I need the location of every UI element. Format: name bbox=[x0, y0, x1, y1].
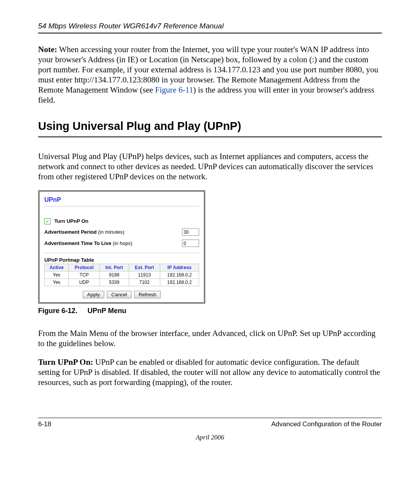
divider bbox=[44, 206, 199, 206]
after-figure-paragraph: From the Main Menu of the browser interf… bbox=[38, 328, 382, 348]
cancel-button[interactable]: Cancel bbox=[107, 291, 131, 298]
divider bbox=[44, 252, 199, 253]
table-row: Yes UDP 5339 7102 192.168.0.2 bbox=[45, 279, 199, 286]
refresh-button[interactable]: Refresh bbox=[134, 291, 161, 298]
header-title: 54 Mbps Wireless Router WGR614v7 Referen… bbox=[38, 22, 224, 30]
page-header: 54 Mbps Wireless Router WGR614v7 Referen… bbox=[38, 22, 382, 33]
section-heading-upnp: Using Universal Plug and Play (UPnP) bbox=[38, 120, 382, 137]
col-ext-port: Ext. Port bbox=[129, 264, 160, 271]
turn-upnp-on-paragraph: Turn UPnP On: UPnP can be enabled or dis… bbox=[38, 357, 382, 387]
adv-ttl-unit: (in hops) bbox=[111, 240, 132, 246]
col-active: Active bbox=[45, 264, 69, 271]
figure-title: UPnP Menu bbox=[88, 307, 126, 315]
upnp-panel: UPnP ✓ Turn UPnP On Advertisement Period… bbox=[38, 190, 205, 304]
intro-paragraph: Universal Plug and Play (UPnP) helps dev… bbox=[38, 151, 382, 182]
panel-title: UPnP bbox=[44, 196, 199, 205]
portmap-table: Active Protocol Int. Port Ext. Port IP A… bbox=[44, 264, 199, 286]
portmap-title: UPnP Portmap Table bbox=[44, 257, 199, 263]
figure-6-11-link[interactable]: Figure 6-11 bbox=[155, 85, 193, 94]
footer-date: April 2006 bbox=[38, 434, 382, 441]
footer: 6-18 Advanced Configuration of the Route… bbox=[38, 418, 382, 428]
turn-upnp-on-label: Turn UPnP On bbox=[54, 218, 89, 224]
apply-button[interactable]: Apply bbox=[83, 291, 104, 298]
col-int-port: Int. Port bbox=[100, 264, 129, 271]
note-label: Note: bbox=[38, 45, 57, 54]
adv-ttl-input[interactable] bbox=[182, 240, 199, 247]
table-header-row: Active Protocol Int. Port Ext. Port IP A… bbox=[45, 264, 199, 271]
adv-ttl-label: Advertisement Time To Live bbox=[44, 240, 111, 246]
col-ip: IP Address bbox=[160, 264, 199, 271]
note-paragraph: Note: When accessing your router from th… bbox=[38, 44, 382, 105]
turn-upnp-on-heading: Turn UPnP On: bbox=[38, 357, 93, 367]
adv-ttl-row: Advertisement Time To Live (in hops) bbox=[44, 240, 199, 247]
adv-period-label: Advertisement Period bbox=[44, 229, 96, 235]
adv-period-unit: (in minutes) bbox=[96, 229, 124, 235]
footer-page-number: 6-18 bbox=[38, 420, 51, 428]
figure-caption: Figure 6-12.UPnP Menu bbox=[38, 307, 382, 315]
adv-period-row: Advertisement Period (in minutes) bbox=[44, 228, 199, 236]
table-row: Yes TCP 9198 11913 192.168.0.2 bbox=[45, 271, 199, 279]
turn-upnp-on-row: ✓ Turn UPnP On bbox=[44, 218, 199, 224]
adv-period-input[interactable] bbox=[182, 228, 199, 236]
figure-number: Figure 6-12. bbox=[38, 307, 77, 315]
col-protocol: Protocol bbox=[69, 264, 100, 271]
button-row: Apply Cancel Refresh bbox=[44, 291, 199, 298]
footer-section: Advanced Configuration of the Router bbox=[271, 420, 382, 428]
turn-upnp-on-checkbox[interactable]: ✓ bbox=[44, 218, 51, 224]
